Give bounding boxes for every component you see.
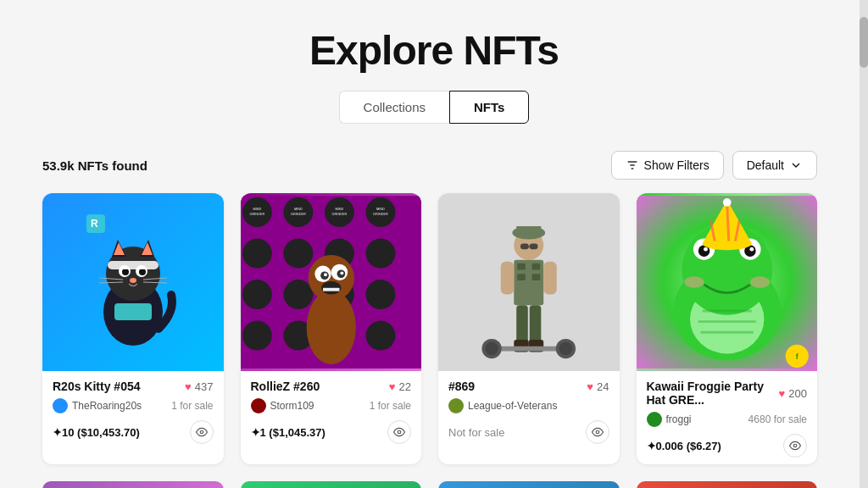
svg-point-48	[306, 291, 355, 364]
svg-point-93	[704, 247, 708, 252]
nft-image-1: MIND GRINDER MIND GRINDER MIND GRINDER M…	[241, 193, 422, 371]
partial-card-0[interactable]	[42, 481, 224, 488]
svg-text:MIND: MIND	[293, 207, 302, 211]
creator-name-2: League-of-Veterans	[468, 400, 557, 412]
tabs-container: Collections NFTs	[0, 91, 868, 124]
svg-text:MIND: MIND	[376, 207, 385, 211]
heart-icon-3: ♥	[779, 387, 786, 400]
svg-rect-69	[543, 262, 557, 295]
svg-point-39	[365, 321, 395, 351]
svg-point-78	[559, 342, 573, 356]
svg-point-54	[324, 273, 327, 276]
creator-info-2: League-of-Veterans	[448, 398, 557, 413]
creator-name-0: TheRoaring20s	[72, 400, 142, 412]
svg-point-31	[365, 239, 395, 269]
card-creator-row-1: Storm109 1 for sale	[251, 398, 412, 413]
card-likes-1: ♥ 22	[389, 380, 411, 393]
svg-point-99	[702, 237, 751, 251]
creator-name-3: froggi	[666, 413, 692, 425]
nft-card-1[interactable]: MIND GRINDER MIND GRINDER MIND GRINDER M…	[241, 193, 422, 464]
svg-point-11	[122, 269, 129, 275]
cat-illustration: R	[82, 210, 184, 354]
heart-icon-1: ♥	[389, 380, 396, 393]
svg-text:MIND: MIND	[335, 207, 343, 211]
svg-text:GRINDER: GRINDER	[290, 212, 305, 216]
svg-rect-68	[501, 262, 515, 295]
card-title-row-0: R20s Kitty #054 ♥ 437	[53, 380, 214, 393]
card-info-0: R20s Kitty #054 ♥ 437 TheRoaring20s 1 fo…	[42, 371, 224, 451]
not-for-sale-2: Not for sale	[448, 426, 504, 439]
card-title-1: RollieZ #260	[251, 380, 320, 393]
rolliez-illustration: MIND GRINDER MIND GRINDER MIND GRINDER M…	[241, 193, 422, 371]
bottom-cards-row	[0, 481, 860, 488]
creator-info-3: froggi	[647, 412, 692, 427]
creator-info-1: Storm109	[251, 398, 314, 413]
svg-rect-80	[530, 243, 538, 249]
partial-card-2[interactable]	[438, 481, 620, 488]
svg-rect-65	[532, 263, 541, 270]
card-price-0: ✦10 ($10,453.70)	[53, 426, 140, 439]
scrollbar-thumb[interactable]	[860, 17, 868, 68]
card-info-1: RollieZ #260 ♥ 22 Storm109 1 for sale ✦1…	[241, 371, 422, 451]
svg-point-58	[398, 430, 401, 434]
tab-collections[interactable]: Collections	[339, 91, 449, 124]
svg-rect-67	[532, 274, 541, 280]
creator-avatar-3	[647, 412, 662, 427]
scrollbar[interactable]	[860, 0, 868, 488]
card-title-row-2: #869 ♥ 24	[448, 380, 609, 393]
eye-icon-3	[789, 440, 801, 452]
creator-avatar-1	[251, 398, 266, 413]
likes-count-3: 200	[788, 387, 807, 400]
card-action-btn-3[interactable]	[783, 434, 807, 458]
card-action-btn-2[interactable]	[586, 420, 609, 444]
svg-point-95	[684, 276, 704, 288]
svg-point-109	[793, 444, 797, 447]
svg-point-28	[242, 239, 271, 269]
card-title-0: R20s Kitty #054	[53, 380, 141, 393]
card-action-btn-0[interactable]	[190, 420, 214, 444]
partial-card-1[interactable]	[241, 481, 422, 488]
svg-text:MIND: MIND	[253, 207, 261, 211]
show-filters-button[interactable]: Show Filters	[611, 151, 724, 180]
card-info-2: #869 ♥ 24 League-of-Veterans Not for sal…	[438, 371, 620, 451]
card-title-row-1: RollieZ #260 ♥ 22	[251, 380, 412, 393]
chevron-down-icon	[789, 158, 803, 172]
nft-card-3[interactable]: f Kawaii Froggie Party Hat GRE... ♥ 200 …	[637, 193, 818, 464]
card-creator-row-0: TheRoaring20s 1 for sale	[53, 398, 214, 413]
likes-count-1: 22	[399, 380, 411, 393]
results-count: 53.9k NFTs found	[42, 158, 147, 173]
svg-point-36	[242, 321, 271, 351]
svg-text:GRINDER: GRINDER	[249, 212, 264, 216]
default-sort-button[interactable]: Default	[732, 151, 817, 180]
card-info-3: Kawaii Froggie Party Hat GRE... ♥ 200 fr…	[637, 371, 818, 464]
svg-point-55	[340, 271, 343, 274]
card-price-1: ✦1 ($1,045.37)	[251, 426, 326, 439]
card-title-row-3: Kawaii Froggie Party Hat GRE... ♥ 200	[647, 380, 808, 407]
toolbar-buttons: Show Filters Default	[611, 151, 817, 180]
page-title: Explore NFTs	[0, 0, 868, 91]
svg-point-82	[596, 430, 599, 434]
toolbar: 53.9k NFTs found Show Filters Default	[0, 151, 860, 193]
card-action-btn-1[interactable]	[387, 420, 411, 444]
soldier-illustration	[438, 193, 620, 371]
for-sale-0: 1 for sale	[171, 400, 213, 412]
nft-image-0: R	[42, 193, 224, 371]
nft-image-3: f	[637, 193, 818, 371]
creator-info-0: TheRoaring20s	[53, 398, 142, 413]
svg-text:GRINDER: GRINDER	[373, 212, 388, 216]
svg-rect-64	[517, 263, 526, 270]
svg-rect-19	[114, 303, 152, 320]
svg-point-12	[139, 269, 146, 275]
card-likes-2: ♥ 24	[587, 380, 609, 393]
svg-text:R: R	[91, 218, 98, 230]
partial-card-3[interactable]	[637, 481, 818, 488]
card-price-row-2: Not for sale	[448, 420, 609, 444]
svg-point-76	[485, 342, 498, 356]
nft-card-0[interactable]: R R20s Kitty #054 ♥ 437 TheRoaring20s 1 …	[42, 193, 224, 464]
nft-card-2[interactable]: #869 ♥ 24 League-of-Veterans Not for sal…	[438, 193, 620, 464]
card-price-row-0: ✦10 ($10,453.70)	[53, 420, 214, 444]
svg-text:GRINDER: GRINDER	[331, 212, 347, 216]
svg-point-94	[749, 247, 754, 252]
tab-nfts[interactable]: NFTs	[449, 91, 529, 124]
svg-point-96	[749, 276, 769, 288]
